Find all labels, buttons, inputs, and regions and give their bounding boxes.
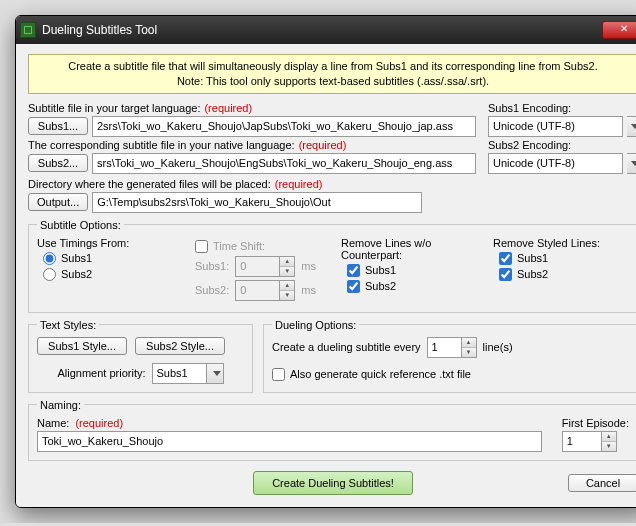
subtitle-options-legend: Subtitle Options:: [37, 219, 124, 231]
subs2enc-label: Subs2 Encoding:: [488, 139, 571, 151]
remove-subs1-check[interactable]: Subs1: [347, 264, 477, 277]
timeshift-subs1-input[interactable]: [235, 256, 280, 277]
remove-subs2-check[interactable]: Subs2: [347, 280, 477, 293]
alignment-dropdown[interactable]: [207, 363, 224, 384]
required-tag: (required): [75, 417, 123, 429]
timeshift-subs2-input[interactable]: [235, 280, 280, 301]
remove-heading: Remove Lines w/o Counterpart:: [341, 237, 477, 261]
subs2-browse-button[interactable]: Subs2...: [28, 154, 88, 172]
subs2-style-button[interactable]: Subs2 Style...: [135, 337, 225, 355]
naming-group: Naming: Name: (required) First Episode: …: [28, 399, 636, 461]
timings-subs2-radio[interactable]: Subs2: [43, 268, 173, 281]
required-tag: (required): [275, 178, 323, 190]
window-title: Dueling Subtitles Tool: [42, 23, 602, 37]
timings-heading: Use Timings From:: [37, 237, 173, 249]
alignment-label: Alignment priority:: [57, 367, 145, 379]
notice-line2: Note: This tool only supports text-based…: [37, 74, 629, 89]
required-tag: (required): [204, 102, 252, 114]
timeshift-subs1-spinner[interactable]: ▲▼: [280, 256, 295, 277]
create-button[interactable]: Create Dueling Subtitles!: [253, 471, 413, 495]
output-label: Directory where the generated files will…: [28, 178, 271, 190]
dueling-create-label1: Create a dueling subtitle every: [272, 341, 421, 353]
subs1-encoding-combo[interactable]: [488, 116, 623, 137]
every-lines-spinner[interactable]: ▲▼: [462, 337, 477, 358]
text-styles-group: Text Styles: Subs1 Style... Subs2 Style.…: [28, 319, 253, 393]
subs2-encoding-dropdown[interactable]: [627, 153, 636, 174]
subtitle-options-group: Subtitle Options: Use Timings From: Subs…: [28, 219, 636, 313]
naming-legend: Naming:: [37, 399, 84, 411]
styled-subs2-check[interactable]: Subs2: [499, 268, 629, 281]
close-button[interactable]: ✕: [602, 21, 636, 39]
subs1enc-label: Subs1 Encoding:: [488, 102, 571, 114]
subs1-encoding-dropdown[interactable]: [627, 116, 636, 137]
name-label: Name:: [37, 417, 69, 429]
chevron-down-icon: [213, 371, 221, 376]
quickref-check[interactable]: Also generate quick reference .txt file: [272, 368, 629, 381]
cancel-button[interactable]: Cancel: [568, 474, 636, 492]
subs2-label: The corresponding subtitle file in your …: [28, 139, 295, 151]
titlebar: Dueling Subtitles Tool ✕: [16, 16, 636, 44]
notice-line1: Create a subtitle file that will simulta…: [37, 59, 629, 74]
output-path-input[interactable]: [92, 192, 422, 213]
notice-banner: Create a subtitle file that will simulta…: [28, 54, 636, 94]
dueling-create-label2: line(s): [483, 341, 513, 353]
timeshift-check[interactable]: Time Shift:: [195, 240, 325, 253]
subs2-encoding-combo[interactable]: [488, 153, 623, 174]
subs1-path-input[interactable]: [92, 116, 476, 137]
subs1-style-button[interactable]: Subs1 Style...: [37, 337, 127, 355]
dialog-window: Dueling Subtitles Tool ✕ Create a subtit…: [15, 15, 636, 508]
timeshift-subs2-spinner[interactable]: ▲▼: [280, 280, 295, 301]
subs2-path-input[interactable]: [92, 153, 476, 174]
dueling-options-group: Dueling Options: Create a dueling subtit…: [263, 319, 636, 393]
subs1-label: Subtitle file in your target language:: [28, 102, 200, 114]
dueling-options-legend: Dueling Options:: [272, 319, 359, 331]
chevron-down-icon: [631, 161, 636, 166]
ts-subs2-label: Subs2:: [195, 284, 229, 296]
first-episode-input[interactable]: [562, 431, 602, 452]
ts-subs1-label: Subs1:: [195, 260, 229, 272]
ms-label: ms: [301, 284, 316, 296]
alignment-combo[interactable]: [152, 363, 207, 384]
app-icon: [20, 22, 36, 38]
ms-label: ms: [301, 260, 316, 272]
subs1-browse-button[interactable]: Subs1...: [28, 117, 88, 135]
first-episode-spinner[interactable]: ▲▼: [602, 431, 617, 452]
text-styles-legend: Text Styles:: [37, 319, 99, 331]
output-browse-button[interactable]: Output...: [28, 193, 88, 211]
name-input[interactable]: [37, 431, 542, 452]
content-area: Create a subtitle file that will simulta…: [16, 44, 636, 507]
styled-subs1-check[interactable]: Subs1: [499, 252, 629, 265]
timings-subs1-radio[interactable]: Subs1: [43, 252, 173, 265]
chevron-down-icon: [631, 124, 636, 129]
first-episode-label: First Episode:: [562, 417, 629, 429]
required-tag: (required): [299, 139, 347, 151]
every-lines-input[interactable]: [427, 337, 462, 358]
styled-heading: Remove Styled Lines:: [493, 237, 629, 249]
